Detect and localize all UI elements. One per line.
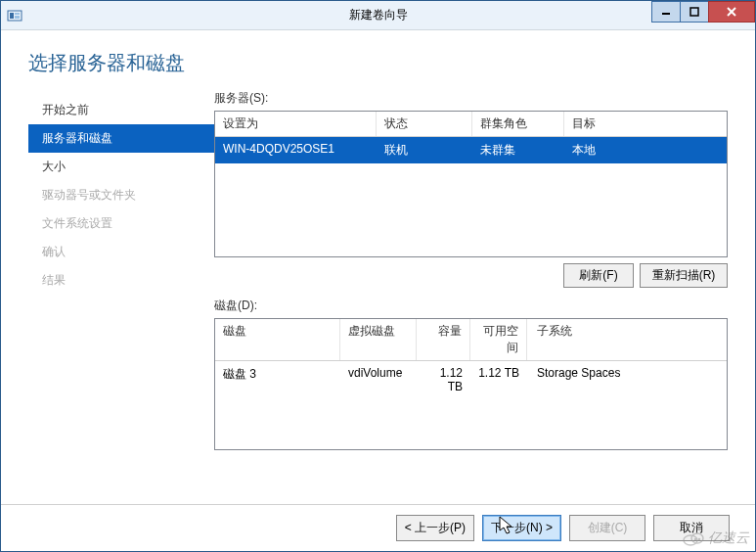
servers-col-status[interactable]: 状态 — [377, 112, 472, 136]
nav-item-confirm: 确认 — [28, 238, 214, 266]
titlebar: 新建卷向导 — [1, 1, 755, 30]
disks-col-subsystem[interactable]: 子系统 — [527, 319, 727, 360]
servers-col-provision[interactable]: 设置为 — [215, 112, 377, 136]
disks-header: 磁盘 虚拟磁盘 容量 可用空间 子系统 — [215, 319, 727, 361]
disk-name: 磁盘 3 — [215, 364, 340, 395]
maximize-button[interactable] — [680, 1, 709, 23]
servers-label: 服务器(S): — [214, 90, 728, 107]
disk-row[interactable]: 磁盘 3 vdiVolume 1.12 TB 1.12 TB Storage S… — [215, 361, 727, 398]
svg-rect-5 — [690, 8, 698, 16]
server-target: 本地 — [564, 140, 727, 161]
server-row[interactable]: WIN-4DQDV25OSE1 联机 未群集 本地 — [215, 137, 727, 163]
disk-vdisk: vdiVolume — [340, 364, 417, 395]
svg-rect-2 — [15, 13, 20, 15]
server-status: 联机 — [377, 140, 472, 161]
svg-rect-3 — [15, 16, 20, 19]
main-panel: 服务器(S): 设置为 状态 群集角色 目标 WIN-4DQDV25OSE1 联… — [214, 90, 728, 450]
cancel-button[interactable]: 取消 — [653, 515, 730, 541]
disks-col-capacity[interactable]: 容量 — [417, 319, 470, 360]
nav-item-fs: 文件系统设置 — [28, 209, 214, 238]
wizard-nav: 开始之前 服务器和磁盘 大小 驱动器号或文件夹 文件系统设置 确认 结果 — [28, 90, 214, 450]
disk-capacity: 1.12 TB — [417, 364, 470, 395]
wizard-content: 选择服务器和磁盘 开始之前 服务器和磁盘 大小 驱动器号或文件夹 文件系统设置 … — [1, 30, 755, 551]
servers-col-role[interactable]: 群集角色 — [472, 112, 564, 136]
disk-subsystem: Storage Spaces — [527, 364, 727, 395]
app-icon — [7, 9, 22, 23]
server-provision: WIN-4DQDV25OSE1 — [215, 140, 377, 161]
disks-col-vdisk[interactable]: 虚拟磁盘 — [340, 319, 417, 360]
server-role: 未群集 — [472, 140, 564, 161]
server-actions: 刷新(F) 重新扫描(R) — [214, 263, 728, 288]
page-heading: 选择服务器和磁盘 — [1, 30, 755, 90]
disks-col-disk[interactable]: 磁盘 — [215, 319, 340, 360]
wizard-window: 新建卷向导 选择服务器和磁盘 开始之前 服务器和磁盘 大小 驱动器号或文件夹 文… — [0, 0, 756, 552]
rescan-button[interactable]: 重新扫描(R) — [640, 263, 728, 288]
nav-item-size[interactable]: 大小 — [28, 153, 214, 181]
nav-item-result: 结果 — [28, 266, 214, 295]
nav-item-before[interactable]: 开始之前 — [28, 96, 214, 124]
disks-col-free[interactable]: 可用空间 — [470, 319, 527, 360]
servers-grid[interactable]: 设置为 状态 群集角色 目标 WIN-4DQDV25OSE1 联机 未群集 本地 — [214, 111, 728, 257]
refresh-button[interactable]: 刷新(F) — [563, 263, 634, 288]
minimize-button[interactable] — [651, 1, 681, 23]
window-controls — [652, 1, 755, 23]
disks-label: 磁盘(D): — [214, 298, 728, 314]
next-button[interactable]: 下一步(N) > — [482, 515, 561, 541]
servers-col-target[interactable]: 目标 — [564, 112, 727, 136]
nav-item-drive: 驱动器号或文件夹 — [28, 181, 214, 209]
prev-button[interactable]: < 上一步(P) — [396, 515, 474, 541]
wizard-footer: < 上一步(P) 下一步(N) > 创建(C) 取消 — [1, 504, 755, 551]
disk-free: 1.12 TB — [470, 364, 527, 395]
svg-rect-1 — [10, 13, 14, 19]
create-button: 创建(C) — [569, 515, 645, 541]
close-button[interactable] — [708, 1, 755, 23]
servers-header: 设置为 状态 群集角色 目标 — [215, 112, 727, 137]
window-title: 新建卷向导 — [349, 7, 408, 23]
disks-grid[interactable]: 磁盘 虚拟磁盘 容量 可用空间 子系统 磁盘 3 vdiVolume 1.12 … — [214, 318, 728, 450]
nav-item-server-disk[interactable]: 服务器和磁盘 — [28, 124, 214, 153]
